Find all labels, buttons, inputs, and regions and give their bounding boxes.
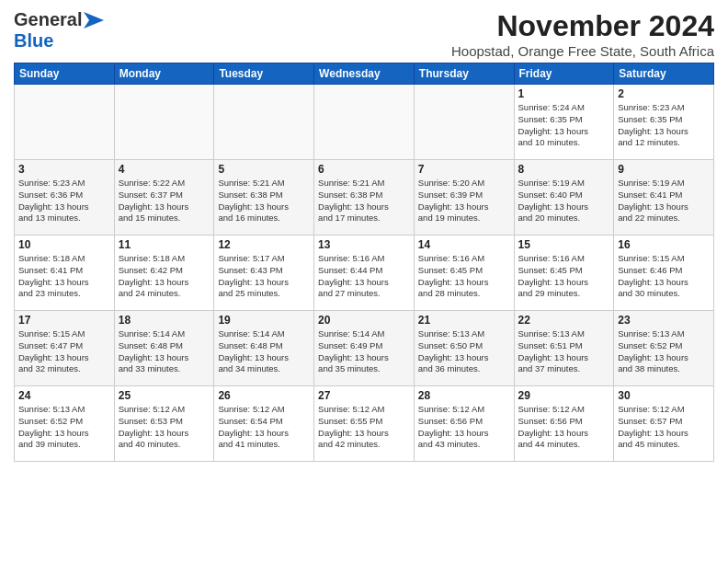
day-info: Sunrise: 5:21 AM Sunset: 6:38 PM Dayligh… — [218, 178, 310, 224]
calendar-cell: 22Sunrise: 5:13 AM Sunset: 6:51 PM Dayli… — [514, 311, 614, 386]
weekday-header-wednesday: Wednesday — [314, 63, 415, 85]
day-number: 6 — [318, 163, 410, 176]
day-number: 4 — [119, 163, 210, 176]
calendar-cell: 16Sunrise: 5:15 AM Sunset: 6:46 PM Dayli… — [614, 236, 714, 311]
month-title: November 2024 — [451, 9, 714, 43]
day-info: Sunrise: 5:14 AM Sunset: 6:49 PM Dayligh… — [318, 328, 410, 375]
calendar-cell: 18Sunrise: 5:14 AM Sunset: 6:48 PM Dayli… — [114, 311, 214, 386]
calendar-cell: 5Sunrise: 5:21 AM Sunset: 6:38 PM Daylig… — [214, 160, 314, 236]
day-info: Sunrise: 5:13 AM Sunset: 6:52 PM Dayligh… — [618, 328, 710, 375]
day-number: 21 — [418, 314, 510, 327]
calendar-cell: 9Sunrise: 5:19 AM Sunset: 6:41 PM Daylig… — [614, 160, 714, 236]
calendar-cell: 2Sunrise: 5:23 AM Sunset: 6:35 PM Daylig… — [614, 85, 714, 160]
day-number: 1 — [518, 87, 610, 100]
day-number: 14 — [418, 238, 510, 251]
day-number: 24 — [18, 389, 110, 402]
calendar-cell — [15, 85, 115, 160]
day-number: 13 — [318, 238, 410, 251]
day-info: Sunrise: 5:12 AM Sunset: 6:55 PM Dayligh… — [318, 404, 410, 451]
day-info: Sunrise: 5:16 AM Sunset: 6:45 PM Dayligh… — [418, 253, 510, 300]
calendar-cell: 17Sunrise: 5:15 AM Sunset: 6:47 PM Dayli… — [15, 311, 115, 386]
logo-blue: Blue — [14, 30, 53, 51]
weekday-header-saturday: Saturday — [614, 63, 714, 85]
logo-general: General — [14, 9, 82, 30]
calendar-cell — [114, 85, 214, 160]
day-info: Sunrise: 5:15 AM Sunset: 6:46 PM Dayligh… — [618, 253, 710, 300]
day-info: Sunrise: 5:19 AM Sunset: 6:40 PM Dayligh… — [518, 178, 610, 224]
calendar-cell: 27Sunrise: 5:12 AM Sunset: 6:55 PM Dayli… — [314, 386, 415, 462]
day-info: Sunrise: 5:17 AM Sunset: 6:43 PM Dayligh… — [218, 253, 310, 300]
day-info: Sunrise: 5:18 AM Sunset: 6:42 PM Dayligh… — [119, 253, 210, 300]
title-area: November 2024 Hoopstad, Orange Free Stat… — [451, 9, 714, 59]
logo-bird-icon — [84, 12, 104, 29]
calendar-cell — [414, 85, 514, 160]
weekday-header-tuesday: Tuesday — [214, 63, 314, 85]
day-info: Sunrise: 5:15 AM Sunset: 6:47 PM Dayligh… — [18, 328, 110, 375]
calendar-cell: 30Sunrise: 5:12 AM Sunset: 6:57 PM Dayli… — [614, 386, 714, 462]
calendar-cell: 14Sunrise: 5:16 AM Sunset: 6:45 PM Dayli… — [414, 236, 514, 311]
calendar-week-row: 3Sunrise: 5:23 AM Sunset: 6:36 PM Daylig… — [15, 160, 714, 236]
day-number: 15 — [518, 238, 610, 251]
day-info: Sunrise: 5:13 AM Sunset: 6:52 PM Dayligh… — [18, 404, 110, 451]
day-number: 20 — [318, 314, 410, 327]
day-number: 2 — [618, 87, 710, 100]
day-number: 19 — [218, 314, 310, 327]
day-info: Sunrise: 5:12 AM Sunset: 6:54 PM Dayligh… — [218, 404, 310, 451]
day-info: Sunrise: 5:16 AM Sunset: 6:45 PM Dayligh… — [518, 253, 610, 300]
day-number: 30 — [618, 389, 710, 402]
day-number: 25 — [119, 389, 210, 402]
day-info: Sunrise: 5:20 AM Sunset: 6:39 PM Dayligh… — [418, 178, 510, 224]
day-info: Sunrise: 5:21 AM Sunset: 6:38 PM Dayligh… — [318, 178, 410, 224]
day-info: Sunrise: 5:12 AM Sunset: 6:56 PM Dayligh… — [518, 404, 610, 451]
calendar-cell: 20Sunrise: 5:14 AM Sunset: 6:49 PM Dayli… — [314, 311, 415, 386]
calendar-cell: 29Sunrise: 5:12 AM Sunset: 6:56 PM Dayli… — [514, 386, 614, 462]
calendar-cell: 10Sunrise: 5:18 AM Sunset: 6:41 PM Dayli… — [15, 236, 115, 311]
day-info: Sunrise: 5:12 AM Sunset: 6:56 PM Dayligh… — [418, 404, 510, 451]
day-info: Sunrise: 5:23 AM Sunset: 6:36 PM Dayligh… — [18, 178, 110, 224]
day-number: 17 — [18, 314, 110, 327]
calendar-cell: 25Sunrise: 5:12 AM Sunset: 6:53 PM Dayli… — [114, 386, 214, 462]
header: General Blue November 2024 Hoopstad, Ora… — [14, 9, 714, 59]
day-number: 10 — [18, 238, 110, 251]
day-info: Sunrise: 5:12 AM Sunset: 6:57 PM Dayligh… — [618, 404, 710, 451]
calendar-cell: 1Sunrise: 5:24 AM Sunset: 6:35 PM Daylig… — [514, 85, 614, 160]
calendar-cell: 8Sunrise: 5:19 AM Sunset: 6:40 PM Daylig… — [514, 160, 614, 236]
day-number: 7 — [418, 163, 510, 176]
day-info: Sunrise: 5:24 AM Sunset: 6:35 PM Dayligh… — [518, 102, 610, 149]
day-number: 18 — [119, 314, 210, 327]
day-info: Sunrise: 5:22 AM Sunset: 6:37 PM Dayligh… — [119, 178, 210, 224]
day-info: Sunrise: 5:13 AM Sunset: 6:51 PM Dayligh… — [518, 328, 610, 375]
day-number: 29 — [518, 389, 610, 402]
calendar-cell: 13Sunrise: 5:16 AM Sunset: 6:44 PM Dayli… — [314, 236, 415, 311]
calendar-cell: 24Sunrise: 5:13 AM Sunset: 6:52 PM Dayli… — [15, 386, 115, 462]
day-number: 11 — [119, 238, 210, 251]
day-number: 9 — [618, 163, 710, 176]
calendar-cell: 4Sunrise: 5:22 AM Sunset: 6:37 PM Daylig… — [114, 160, 214, 236]
calendar-header-row: SundayMondayTuesdayWednesdayThursdayFrid… — [15, 63, 714, 85]
calendar-cell — [314, 85, 415, 160]
calendar-week-row: 17Sunrise: 5:15 AM Sunset: 6:47 PM Dayli… — [15, 311, 714, 386]
calendar-cell: 28Sunrise: 5:12 AM Sunset: 6:56 PM Dayli… — [414, 386, 514, 462]
calendar-cell: 19Sunrise: 5:14 AM Sunset: 6:48 PM Dayli… — [214, 311, 314, 386]
calendar-cell: 7Sunrise: 5:20 AM Sunset: 6:39 PM Daylig… — [414, 160, 514, 236]
calendar-cell: 15Sunrise: 5:16 AM Sunset: 6:45 PM Dayli… — [514, 236, 614, 311]
day-number: 27 — [318, 389, 410, 402]
calendar-cell: 6Sunrise: 5:21 AM Sunset: 6:38 PM Daylig… — [314, 160, 415, 236]
calendar-cell: 3Sunrise: 5:23 AM Sunset: 6:36 PM Daylig… — [15, 160, 115, 236]
weekday-header-monday: Monday — [114, 63, 214, 85]
svg-marker-0 — [84, 12, 104, 29]
day-info: Sunrise: 5:14 AM Sunset: 6:48 PM Dayligh… — [119, 328, 210, 375]
weekday-header-sunday: Sunday — [15, 63, 115, 85]
location: Hoopstad, Orange Free State, South Afric… — [451, 43, 714, 59]
calendar-cell — [214, 85, 314, 160]
day-info: Sunrise: 5:12 AM Sunset: 6:53 PM Dayligh… — [119, 404, 210, 451]
day-info: Sunrise: 5:13 AM Sunset: 6:50 PM Dayligh… — [418, 328, 510, 375]
day-info: Sunrise: 5:19 AM Sunset: 6:41 PM Dayligh… — [618, 178, 710, 224]
day-number: 5 — [218, 163, 310, 176]
calendar-week-row: 1Sunrise: 5:24 AM Sunset: 6:35 PM Daylig… — [15, 85, 714, 160]
day-info: Sunrise: 5:23 AM Sunset: 6:35 PM Dayligh… — [618, 102, 710, 149]
weekday-header-thursday: Thursday — [414, 63, 514, 85]
day-number: 12 — [218, 238, 310, 251]
weekday-header-friday: Friday — [514, 63, 614, 85]
calendar-week-row: 24Sunrise: 5:13 AM Sunset: 6:52 PM Dayli… — [15, 386, 714, 462]
